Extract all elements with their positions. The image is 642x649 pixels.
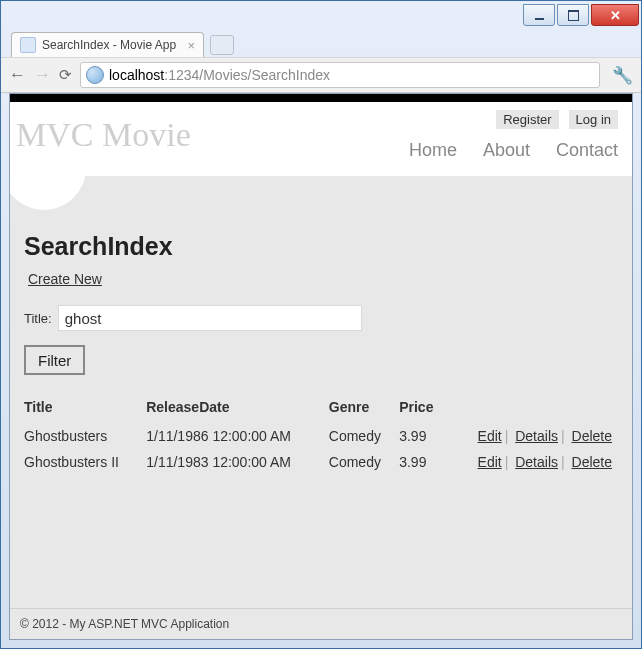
browser-tabstrip: SearchIndex - Movie App × [1, 31, 641, 57]
delete-link[interactable]: Delete [572, 428, 612, 444]
nav-reload-icon[interactable]: ⟳ [59, 66, 72, 84]
tab-close-icon[interactable]: × [187, 38, 195, 53]
nav-forward-icon[interactable]: → [34, 65, 51, 85]
header-curve [10, 176, 632, 220]
account-links: Register Log in [496, 110, 618, 129]
cell-genre: Comedy [329, 423, 399, 449]
create-new-link[interactable]: Create New [28, 271, 102, 287]
main-nav: Home About Contact [409, 140, 618, 161]
col-genre: Genre [329, 395, 399, 423]
cell-price: 3.99 [399, 449, 448, 475]
cell-actions: Edit| Details| Delete [448, 449, 618, 475]
nav-about[interactable]: About [483, 140, 530, 161]
page-viewport: MVC Movie Register Log in Home About Con… [9, 93, 633, 640]
edit-link[interactable]: Edit [478, 428, 502, 444]
title-label: Title: [24, 311, 52, 326]
col-title: Title [24, 395, 146, 423]
browser-window: ✕ SearchIndex - Movie App × ← → ⟳ localh… [0, 0, 642, 649]
nav-home[interactable]: Home [409, 140, 457, 161]
favicon-icon [20, 37, 36, 53]
register-link[interactable]: Register [496, 110, 558, 129]
delete-link[interactable]: Delete [572, 454, 612, 470]
page-body: SearchIndex Create New Title: Filter Tit… [10, 220, 632, 608]
table-row: Ghostbusters 1/11/1986 12:00:00 AM Comed… [24, 423, 618, 449]
cell-title: Ghostbusters [24, 423, 146, 449]
table-row: Ghostbusters II 1/11/1983 12:00:00 AM Co… [24, 449, 618, 475]
cell-release: 1/11/1986 12:00:00 AM [146, 423, 329, 449]
search-form: Title: [24, 305, 618, 331]
edit-link[interactable]: Edit [478, 454, 502, 470]
address-bar-text[interactable]: localhost:1234/Movies/SearchIndex [109, 67, 599, 83]
cell-title: Ghostbusters II [24, 449, 146, 475]
cell-price: 3.99 [399, 423, 448, 449]
tab-title: SearchIndex - Movie App [42, 38, 176, 52]
page-heading: SearchIndex [24, 232, 618, 261]
browser-tab-active[interactable]: SearchIndex - Movie App × [11, 32, 204, 57]
new-tab-button[interactable] [210, 35, 234, 55]
window-maximize-button[interactable] [557, 4, 589, 26]
address-bar[interactable]: localhost:1234/Movies/SearchIndex [80, 62, 600, 88]
cell-release: 1/11/1983 12:00:00 AM [146, 449, 329, 475]
col-release: ReleaseDate [146, 395, 329, 423]
title-input[interactable] [58, 305, 362, 331]
window-close-button[interactable]: ✕ [591, 4, 639, 26]
site-header: MVC Movie Register Log in Home About Con… [10, 102, 632, 176]
window-buttons: ✕ [521, 4, 639, 26]
details-link[interactable]: Details [515, 428, 558, 444]
site-footer: © 2012 - My ASP.NET MVC Application [10, 608, 632, 639]
col-price: Price [399, 395, 448, 423]
filter-button[interactable]: Filter [24, 345, 85, 375]
movies-table: Title ReleaseDate Genre Price Ghostbuste… [24, 395, 618, 475]
top-accent-bar [10, 94, 632, 102]
settings-wrench-icon[interactable]: 🔧 [612, 65, 633, 86]
nav-back-icon[interactable]: ← [9, 65, 26, 85]
details-link[interactable]: Details [515, 454, 558, 470]
window-titlebar: ✕ [1, 1, 641, 31]
cell-genre: Comedy [329, 449, 399, 475]
nav-contact[interactable]: Contact [556, 140, 618, 161]
cell-actions: Edit| Details| Delete [448, 423, 618, 449]
login-link[interactable]: Log in [569, 110, 618, 129]
window-minimize-button[interactable] [523, 4, 555, 26]
globe-icon [86, 66, 104, 84]
site-brand[interactable]: MVC Movie [16, 116, 191, 154]
browser-toolbar: ← → ⟳ localhost:1234/Movies/SearchIndex … [1, 57, 641, 93]
